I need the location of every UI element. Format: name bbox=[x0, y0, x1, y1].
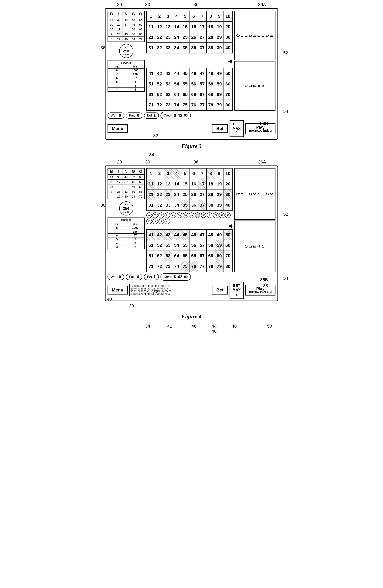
num-cell[interactable]: 30 bbox=[224, 32, 232, 42]
num-cell[interactable]: 59 bbox=[215, 79, 224, 89]
num-cell[interactable]: 32 bbox=[155, 42, 164, 53]
num-cell-f4[interactable]: 60 bbox=[224, 240, 232, 251]
num-cell[interactable]: 7 bbox=[198, 11, 206, 21]
num-cell[interactable]: 52 bbox=[155, 79, 164, 89]
num-cell[interactable]: 50 bbox=[224, 68, 232, 79]
num-cell-f4[interactable]: 28 bbox=[207, 189, 215, 200]
num-cell-f4[interactable]: 46 bbox=[190, 230, 198, 240]
num-cell-f4[interactable]: 12 bbox=[155, 179, 164, 189]
num-cell[interactable]: 45 bbox=[181, 68, 190, 79]
num-cell-f4[interactable]: 22 bbox=[155, 189, 164, 200]
num-cell[interactable]: 19 bbox=[215, 21, 224, 32]
num-cell[interactable]: 14 bbox=[172, 21, 181, 32]
num-cell-f4[interactable]: 63 bbox=[164, 251, 172, 261]
num-cell[interactable]: 44 bbox=[172, 68, 181, 79]
num-cell-f4[interactable]: 74 bbox=[172, 261, 181, 272]
num-cell-f4[interactable]: 37 bbox=[198, 200, 206, 210]
num-cell[interactable]: 26 bbox=[190, 32, 198, 42]
play-button-f4[interactable]: Play BUY,DAUB,CLAIM bbox=[245, 285, 275, 295]
num-cell-f4[interactable]: 38 bbox=[207, 200, 215, 210]
num-cell[interactable]: 65 bbox=[181, 89, 190, 100]
num-cell[interactable]: 55 bbox=[181, 79, 190, 89]
num-cell-f4[interactable]: 31 bbox=[147, 200, 155, 210]
num-cell-f4[interactable]: 49 bbox=[215, 230, 224, 240]
num-cell[interactable]: 10 bbox=[224, 11, 232, 21]
num-cell-f4[interactable]: 58 bbox=[207, 240, 215, 251]
num-cell[interactable]: 76 bbox=[190, 100, 198, 110]
num-cell[interactable]: 35 bbox=[181, 42, 190, 53]
num-cell-f4[interactable]: 23 bbox=[164, 189, 172, 200]
num-cell-f4[interactable]: 68 bbox=[207, 251, 215, 261]
bet-button[interactable]: Bet bbox=[212, 124, 228, 133]
num-cell-f4[interactable]: 70 bbox=[224, 251, 232, 261]
num-cell[interactable]: 39 bbox=[215, 42, 224, 53]
number-grid-bottom-fig3[interactable]: 41 42 43 44 45 46 47 48 49 50 51 52 bbox=[146, 68, 232, 111]
num-cell-f4[interactable]: 57 bbox=[198, 240, 206, 251]
menu-button-f4[interactable]: Menu bbox=[108, 286, 128, 294]
num-cell[interactable]: 79 bbox=[215, 100, 224, 110]
num-cell[interactable]: 53 bbox=[164, 79, 172, 89]
num-cell[interactable]: 28 bbox=[207, 32, 215, 42]
bet-max-button-f4[interactable]: BET MAX 2 bbox=[230, 282, 244, 298]
num-cell-f4[interactable]: 24 bbox=[172, 189, 181, 200]
number-grid-top-fig3[interactable]: 1 2 3 4 5 6 7 8 9 10 11 12 bbox=[146, 11, 232, 53]
num-cell-f4[interactable]: 6 bbox=[190, 168, 198, 179]
num-cell-f4[interactable]: 11 bbox=[147, 179, 155, 189]
num-cell-f4[interactable]: 73 bbox=[164, 261, 172, 272]
num-cell-f4[interactable]: 16 bbox=[190, 179, 198, 189]
num-cell[interactable]: 1 bbox=[147, 11, 155, 21]
num-cell[interactable]: 80 bbox=[224, 100, 232, 110]
num-cell[interactable]: 61 bbox=[147, 89, 155, 100]
num-cell-f4[interactable]: 45 bbox=[181, 230, 190, 240]
num-cell[interactable]: 73 bbox=[164, 100, 172, 110]
num-cell[interactable]: 43 bbox=[164, 68, 172, 79]
num-cell[interactable]: 33 bbox=[164, 42, 172, 53]
num-cell[interactable]: 11 bbox=[147, 21, 155, 32]
num-cell[interactable]: 40 bbox=[224, 42, 232, 53]
clear-button[interactable]: CLEAR bbox=[234, 61, 275, 111]
num-cell[interactable]: 77 bbox=[198, 100, 206, 110]
number-grid-top-fig4[interactable]: 1 2 3 4 5 6 7 8 9 10 11 12 13 bbox=[146, 168, 232, 211]
num-cell[interactable]: 72 bbox=[155, 100, 164, 110]
num-cell-f4[interactable]: 79 bbox=[215, 261, 224, 272]
num-cell[interactable]: 9 bbox=[215, 11, 224, 21]
num-cell[interactable]: 31 bbox=[147, 42, 155, 53]
num-cell-f4[interactable]: 76 bbox=[190, 261, 198, 272]
num-cell-f4[interactable]: 21 bbox=[147, 189, 155, 200]
num-cell-f4[interactable]: 9 bbox=[215, 168, 224, 179]
num-cell-f4[interactable]: 62 bbox=[155, 251, 164, 261]
num-cell-f4[interactable]: 33 bbox=[164, 200, 172, 210]
num-cell-f4[interactable]: 7 bbox=[198, 168, 206, 179]
num-cell-f4[interactable]: 41 bbox=[147, 230, 155, 240]
num-cell[interactable]: 41 bbox=[147, 68, 155, 79]
num-cell-f4[interactable]: 54 bbox=[172, 240, 181, 251]
num-cell-f4[interactable]: 61 bbox=[147, 251, 155, 261]
num-cell[interactable]: 5 bbox=[181, 11, 190, 21]
num-cell[interactable]: 74 bbox=[172, 100, 181, 110]
num-cell[interactable]: 66 bbox=[190, 89, 198, 100]
num-cell-f4[interactable]: 36 bbox=[190, 200, 198, 210]
quickpick-button-f4[interactable]: QUICKPICK bbox=[234, 168, 275, 220]
num-cell-f4[interactable]: 55 bbox=[181, 240, 190, 251]
num-cell-f4[interactable]: 52 bbox=[155, 240, 164, 251]
num-cell-f4[interactable]: 80 bbox=[224, 261, 232, 272]
num-cell[interactable]: 62 bbox=[155, 89, 164, 100]
num-cell[interactable]: 34 bbox=[172, 42, 181, 53]
num-cell-f4[interactable]: 34 bbox=[172, 200, 181, 210]
num-cell[interactable]: 68 bbox=[207, 89, 215, 100]
num-cell[interactable]: 78 bbox=[207, 100, 215, 110]
num-cell[interactable]: 48 bbox=[207, 68, 215, 79]
num-cell[interactable]: 27 bbox=[198, 32, 206, 42]
num-cell-f4[interactable]: 35 bbox=[181, 200, 190, 210]
num-cell[interactable]: 47 bbox=[198, 68, 206, 79]
menu-button[interactable]: Menu bbox=[108, 124, 128, 133]
num-cell-f4[interactable]: 53 bbox=[164, 240, 172, 251]
num-cell-f4[interactable]: 40 bbox=[224, 200, 232, 210]
num-cell-f4[interactable]: 19 bbox=[215, 179, 224, 189]
num-cell[interactable]: 16 bbox=[190, 21, 198, 32]
num-cell[interactable]: 37 bbox=[198, 42, 206, 53]
num-cell-f4[interactable]: 72 bbox=[155, 261, 164, 272]
num-cell-f4[interactable]: 71 bbox=[147, 261, 155, 272]
num-cell-f4[interactable]: 29 bbox=[215, 189, 224, 200]
num-cell[interactable]: 17 bbox=[198, 21, 206, 32]
